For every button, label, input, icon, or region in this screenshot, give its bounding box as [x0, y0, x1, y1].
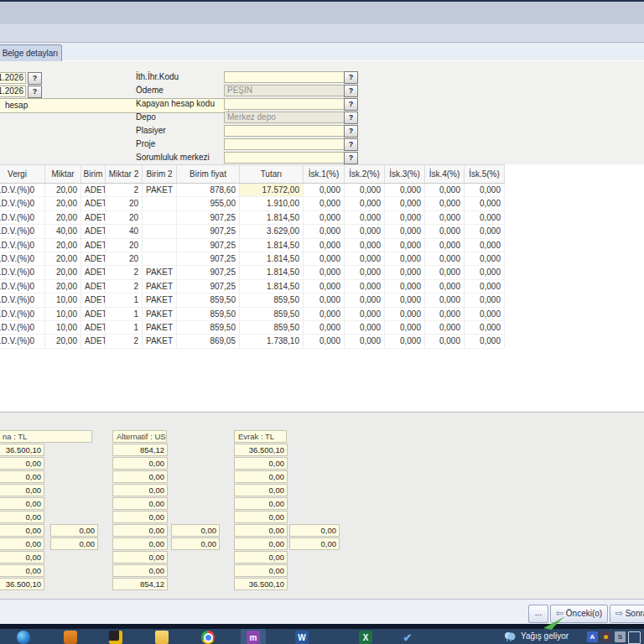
grid-cell[interactable]: 2	[106, 184, 143, 196]
grid-cell[interactable]: 0,000	[304, 308, 345, 320]
grid-cell[interactable]: 20	[106, 239, 143, 252]
grid-cell[interactable]: 0,000	[345, 335, 385, 347]
lookup-button[interactable]: ?	[344, 138, 358, 151]
grid-cell[interactable]: 0,000	[465, 239, 505, 252]
grid-cell[interactable]: K.D.V.(%)0	[0, 293, 45, 306]
grid-cell[interactable]: K.D.V.(%)0	[0, 197, 45, 210]
grid-cell[interactable]: 10,00	[45, 321, 81, 334]
grid-cell[interactable]: ADET	[81, 308, 106, 320]
grid-cell[interactable]	[143, 211, 177, 224]
grid-cell[interactable]: 1	[106, 308, 143, 320]
grid-cell[interactable]: PAKET	[143, 293, 177, 306]
grid-cell[interactable]: 1.910,00	[240, 197, 304, 210]
grid-cell[interactable]: 907,25	[177, 252, 240, 265]
grid-cell[interactable]: ADET	[81, 335, 106, 347]
lookup-button[interactable]: ?	[344, 152, 358, 164]
grid-cell[interactable]: 0,000	[304, 335, 345, 347]
grid-cell[interactable]: 20,00	[45, 184, 81, 196]
grid-cell[interactable]: 0,000	[465, 335, 505, 347]
grid-cell[interactable]: 0,000	[345, 211, 385, 224]
grid-column-header[interactable]: Tutarı	[240, 165, 304, 183]
grid-cell[interactable]: 1.814,50	[240, 239, 304, 252]
grid-cell[interactable]: 20,00	[45, 335, 81, 347]
terminal-icon[interactable]	[109, 631, 122, 644]
grid-cell[interactable]: 0,000	[385, 280, 425, 293]
grid-cell[interactable]: PAKET	[143, 308, 177, 320]
grid-cell[interactable]: ADET	[81, 266, 106, 278]
grid-cell[interactable]: 0,000	[465, 225, 505, 237]
grid-cell[interactable]: 20	[106, 197, 143, 210]
grid-cell[interactable]: 0,000	[465, 308, 505, 320]
grid-cell[interactable]: 878,60	[177, 184, 240, 196]
grid-cell[interactable]: 0,000	[345, 225, 385, 237]
grid-cell[interactable]: 907,25	[177, 266, 240, 278]
tray-app-icon[interactable]: ☻	[600, 631, 611, 642]
tray-square-icon[interactable]	[628, 631, 641, 644]
grid-cell[interactable]: 0,000	[345, 308, 385, 320]
grid-cell[interactable]: ADET	[81, 225, 106, 237]
grid-cell[interactable]	[143, 252, 177, 265]
grid-cell[interactable]: K.D.V.(%)0	[0, 308, 45, 320]
grid-cell[interactable]: 859,50	[240, 321, 304, 334]
grid-cell[interactable]: 0,000	[385, 293, 425, 306]
form-field[interactable]: PEŞİN	[224, 85, 346, 96]
grid-cell[interactable]: 20,00	[45, 239, 81, 252]
grid-cell[interactable]: 1.814,50	[240, 211, 304, 224]
lookup-button[interactable]: ?	[344, 85, 358, 97]
grid-cell[interactable]: K.D.V.(%)0	[0, 225, 45, 237]
grid-cell[interactable]: 0,000	[425, 184, 465, 196]
grid-column-header[interactable]: İsk.1(%)	[304, 165, 345, 183]
grid-cell[interactable]: 2	[106, 280, 143, 293]
grid-cell[interactable]: 0,000	[385, 266, 425, 278]
form-field[interactable]: Merkez depo	[224, 112, 346, 123]
grid-cell[interactable]: PAKET	[143, 266, 177, 278]
grid-cell[interactable]: 20	[106, 252, 143, 265]
grid-cell[interactable]: 0,000	[425, 335, 465, 347]
grid-cell[interactable]: 0,000	[385, 225, 425, 237]
grid-cell[interactable]: 0,000	[465, 280, 505, 293]
grid-column-header[interactable]: İsk.4(%)	[425, 165, 465, 183]
grid-column-header[interactable]: Miktar 2	[106, 165, 143, 183]
grid-cell[interactable]: K.D.V.(%)0	[0, 252, 45, 265]
grid-cell[interactable]: PAKET	[143, 321, 177, 334]
grid-cell[interactable]	[143, 239, 177, 252]
grid-cell[interactable]: 20,00	[45, 280, 81, 293]
grid-cell[interactable]: 0,000	[345, 252, 385, 265]
grid-cell[interactable]: 2	[106, 335, 143, 347]
grid-cell[interactable]: 0,000	[425, 321, 465, 334]
grid-cell[interactable]: 907,25	[177, 211, 240, 224]
grid-cell[interactable]: 0,000	[385, 252, 425, 265]
grid-cell[interactable]: 859,50	[240, 308, 304, 320]
lookup-button[interactable]: ?	[344, 125, 358, 138]
grid-cell[interactable]: 859,50	[177, 308, 240, 320]
grid-cell[interactable]: 0,000	[425, 293, 465, 306]
grid-column-header[interactable]: Birim fiyat	[177, 165, 240, 183]
grid-cell[interactable]: 0,000	[425, 225, 465, 237]
grid-cell[interactable]: 1.738,10	[240, 335, 304, 347]
grid-cell[interactable]: 0,000	[304, 211, 345, 224]
grid-cell[interactable]: 0,000	[345, 280, 385, 293]
file-explorer-icon[interactable]	[155, 631, 169, 644]
grid-cell[interactable]: 0,000	[304, 266, 345, 278]
grid-cell[interactable]: 0,000	[425, 308, 465, 320]
grid-cell[interactable]: 0,000	[385, 335, 425, 347]
grid-cell[interactable]: ADET	[81, 211, 106, 224]
grid-cell[interactable]: 1.814,50	[240, 280, 304, 293]
grid-cell[interactable]: 0,000	[345, 184, 385, 196]
grid-cell[interactable]: 859,50	[240, 293, 304, 306]
grid-cell[interactable]: 0,000	[465, 321, 505, 334]
form-field[interactable]	[224, 71, 346, 83]
grid-cell[interactable]: 40,00	[45, 225, 81, 237]
chrome-icon[interactable]	[201, 631, 215, 644]
lookup-button[interactable]: ?	[344, 112, 358, 124]
grid-column-header[interactable]: Birim 2	[143, 165, 177, 183]
grid-cell[interactable]	[143, 197, 177, 210]
browser-sphere-icon[interactable]	[17, 631, 30, 644]
grid-cell[interactable]: 0,000	[465, 211, 505, 224]
grid-cell[interactable]: 0,000	[465, 293, 505, 306]
word-icon[interactable]: W	[295, 631, 309, 644]
grid-cell[interactable]: 10,00	[45, 293, 81, 306]
grid-cell[interactable]: PAKET	[143, 184, 177, 196]
grid-cell[interactable]: 0,000	[425, 266, 465, 278]
grid-column-header[interactable]: Birim	[81, 165, 106, 183]
